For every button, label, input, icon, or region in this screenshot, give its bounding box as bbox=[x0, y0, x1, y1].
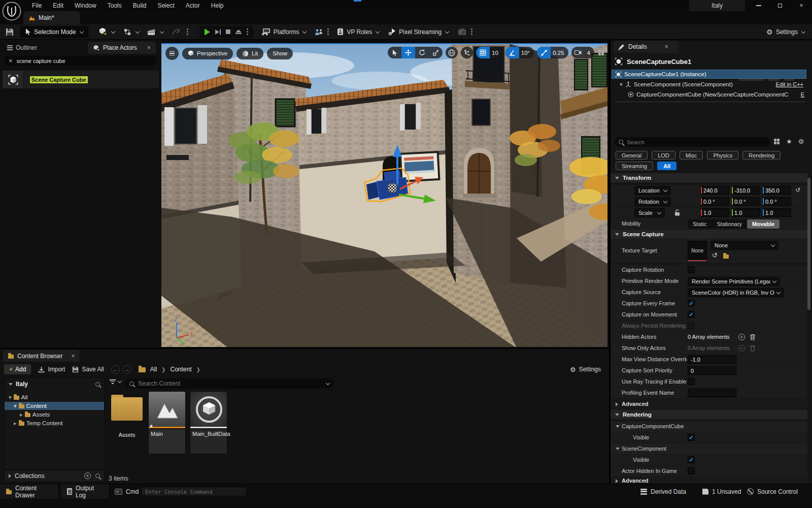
unsaved-button[interactable]: 1 Unsaved bbox=[702, 484, 741, 499]
display-options-icon[interactable] bbox=[774, 139, 780, 145]
capture-sort-priority-field[interactable]: 0 bbox=[688, 366, 736, 375]
multi-user-kebab-icon[interactable] bbox=[327, 31, 329, 33]
profiling-event-name-field[interactable] bbox=[688, 389, 736, 397]
viewport-layout-icon[interactable] bbox=[598, 50, 604, 56]
capture-source-dropdown[interactable]: SceneColor (HDR) in RGB, Inv Opacity bbox=[688, 288, 784, 297]
console-command-bar[interactable] bbox=[141, 487, 247, 496]
curve-editor-icon[interactable] bbox=[171, 26, 182, 38]
close-icon[interactable]: × bbox=[665, 43, 668, 50]
stream-kebab-icon[interactable] bbox=[471, 31, 472, 33]
filter-physics[interactable]: Physics bbox=[707, 151, 738, 160]
cb-settings-dropdown[interactable]: ⚙ Settings bbox=[570, 363, 601, 376]
gizmo-center-handle[interactable] bbox=[388, 183, 397, 193]
pixel-streaming-dropdown[interactable]: Pixel Streaming bbox=[388, 28, 449, 36]
location-dropdown[interactable]: Location bbox=[634, 186, 671, 195]
show-dropdown[interactable]: Show bbox=[267, 48, 293, 59]
close-icon[interactable]: × bbox=[147, 44, 151, 51]
platforms-dropdown[interactable]: Platforms bbox=[261, 28, 307, 36]
visible-checkbox[interactable]: ✓ bbox=[688, 456, 695, 463]
close-icon[interactable]: × bbox=[71, 353, 75, 360]
cb-add-button[interactable]: +Add bbox=[4, 364, 31, 374]
row-scene-component[interactable]: SceneComponent bbox=[611, 443, 807, 455]
place-actors-search[interactable]: × bbox=[4, 56, 156, 66]
cinematics-icon[interactable] bbox=[146, 26, 157, 38]
mobility-stationary[interactable]: Stationary bbox=[712, 221, 748, 227]
stop-button[interactable] bbox=[226, 29, 230, 34]
scale-snap-control[interactable]: 0.25 bbox=[537, 47, 568, 58]
ray-tracing-checkbox[interactable] bbox=[688, 378, 695, 385]
menu-actor[interactable]: Actor bbox=[180, 2, 206, 9]
place-actors-search-input[interactable] bbox=[17, 58, 139, 64]
section-transform[interactable]: Transform bbox=[611, 173, 807, 183]
viewport-options-button[interactable] bbox=[165, 47, 179, 60]
clear-array-icon[interactable] bbox=[750, 345, 756, 352]
clear-search-icon[interactable]: × bbox=[9, 57, 13, 65]
breadcrumb-all[interactable]: All bbox=[150, 366, 157, 373]
tab-main-level[interactable]: Main* bbox=[23, 11, 80, 24]
mobility-static[interactable]: Static bbox=[688, 221, 712, 227]
scale-z-field[interactable]: 1.0 bbox=[762, 208, 791, 217]
tab-place-actors[interactable]: Place Actors × bbox=[88, 42, 156, 54]
add-collection-icon[interactable]: + bbox=[84, 472, 91, 479]
tree-item-temp-content[interactable]: ▸Temp Content bbox=[5, 419, 104, 427]
menu-tools[interactable]: Tools bbox=[102, 2, 127, 9]
rotation-x-field[interactable]: 0.0 ° bbox=[700, 197, 729, 206]
source-control-button[interactable]: Source Control bbox=[747, 484, 798, 499]
visible-checkbox[interactable]: ✓ bbox=[688, 434, 695, 441]
tree-item-all[interactable]: ▾All bbox=[5, 393, 104, 401]
content-drawer-button[interactable]: Content Drawer bbox=[0, 484, 59, 499]
camera-speed-value[interactable]: 4 bbox=[585, 50, 594, 56]
breadcrumb-content[interactable]: Content bbox=[170, 366, 191, 373]
rotation-z-field[interactable]: 0.0 ° bbox=[762, 197, 791, 206]
toolbar-settings-dropdown[interactable]: ⚙ Settings bbox=[766, 24, 805, 40]
stream-tv-icon[interactable] bbox=[457, 26, 468, 38]
asset-tile-main[interactable]: * Main bbox=[148, 391, 187, 454]
row-advanced-scene-capture[interactable]: Advanced bbox=[611, 399, 807, 410]
capture-rotation-checkbox[interactable] bbox=[688, 266, 695, 273]
location-x-field[interactable]: 240.0 bbox=[700, 186, 729, 195]
scale-tool-icon[interactable] bbox=[429, 47, 443, 58]
clear-array-icon[interactable] bbox=[750, 334, 756, 340]
tab-content-browser[interactable]: Content Browser × bbox=[3, 350, 80, 362]
play-options-kebab-icon[interactable] bbox=[247, 31, 248, 33]
search-icon[interactable] bbox=[95, 382, 100, 387]
scale-y-field[interactable]: 1.0 bbox=[731, 208, 760, 217]
filter-lod[interactable]: LOD bbox=[652, 151, 675, 160]
rotate-tool-icon[interactable] bbox=[415, 47, 429, 58]
details-search-input[interactable] bbox=[627, 139, 754, 145]
location-y-field[interactable]: -310.0 bbox=[731, 186, 760, 195]
angle-snap-icon[interactable] bbox=[505, 47, 519, 58]
favorites-icon[interactable]: ★ bbox=[786, 138, 792, 145]
max-view-distance-field[interactable]: -1.0 bbox=[688, 355, 736, 364]
restore-button[interactable] bbox=[769, 0, 791, 11]
reset-location-icon[interactable]: ↺ bbox=[795, 186, 800, 194]
details-settings-icon[interactable]: ⚙ bbox=[798, 138, 804, 145]
row-advanced-rendering[interactable]: Advanced bbox=[611, 477, 807, 484]
lit-mode-drop[interactable]: Lit bbox=[236, 48, 263, 59]
use-selected-icon[interactable]: ↺ bbox=[712, 251, 718, 259]
tree-item-assets[interactable]: ▸Assets bbox=[5, 410, 104, 419]
asset-tile-main-builtdata[interactable]: Main_BuiltData bbox=[190, 391, 228, 454]
perspective-dropdown[interactable]: Perspective bbox=[182, 48, 233, 59]
console-command-input[interactable] bbox=[145, 489, 242, 495]
scale-dropdown[interactable]: Scale bbox=[634, 208, 665, 217]
filter-all[interactable]: All bbox=[657, 162, 676, 170]
section-scene-capture[interactable]: Scene Capture bbox=[611, 230, 807, 239]
collections-bar[interactable]: Collections + bbox=[5, 469, 104, 482]
sources-root[interactable]: Italy bbox=[5, 378, 104, 390]
cb-filter-button[interactable] bbox=[110, 379, 121, 384]
move-tool-icon[interactable] bbox=[401, 47, 415, 58]
component-row-root[interactable]: SceneCaptureCube1 (Instance) bbox=[612, 70, 806, 79]
expander-icon[interactable]: ▾ bbox=[620, 81, 623, 88]
edit-in-cpp-link[interactable]: Edit in C++ bbox=[776, 81, 803, 87]
capture-every-frame-checkbox[interactable]: ✓ bbox=[688, 300, 695, 307]
texture-target-dropdown[interactable]: None bbox=[710, 241, 779, 250]
texture-target-thumbnail[interactable]: None bbox=[688, 241, 707, 261]
scale-snap-value[interactable]: 0.25 bbox=[551, 50, 568, 56]
mobility-movable[interactable]: Movable bbox=[747, 219, 780, 229]
surface-snapping-icon[interactable] bbox=[461, 47, 473, 58]
save-icon[interactable] bbox=[4, 26, 15, 38]
scale-lock-icon[interactable] bbox=[674, 209, 680, 216]
section-rendering[interactable]: Rendering bbox=[611, 410, 807, 420]
menu-edit[interactable]: Edit bbox=[47, 2, 69, 9]
